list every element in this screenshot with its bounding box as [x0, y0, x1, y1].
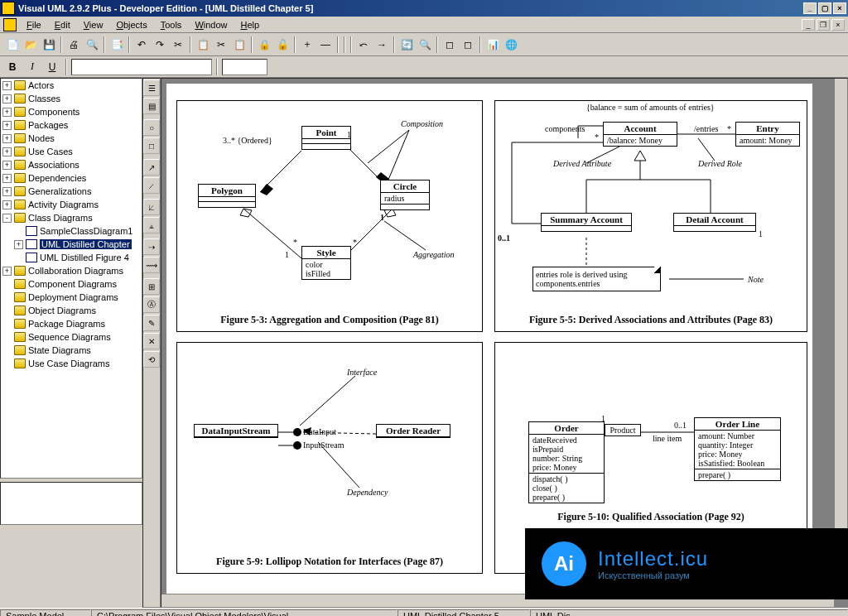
tree-item[interactable]: Deployment Diagrams [1, 291, 142, 304]
toolbar-btn-2[interactable]: 💾 [40, 36, 58, 54]
properties-panel[interactable] [0, 482, 142, 525]
toolbar-btn-0[interactable]: 📄 [3, 36, 22, 54]
vertical-scrollbar[interactable] [834, 79, 847, 594]
palette-tool-15[interactable]: ⊞ [143, 278, 160, 295]
diagram-canvas[interactable]: Point Polygon Circle radius Style colori… [166, 84, 812, 605]
tree-expander[interactable]: + [2, 200, 12, 209]
toolbar-btn-29[interactable]: 🔍 [416, 36, 434, 54]
menu-edit[interactable]: Edit [48, 18, 77, 31]
doc-minimize-button[interactable]: _ [802, 19, 815, 31]
tree-expander[interactable]: + [2, 121, 12, 130]
toolbar-btn-10[interactable]: ↷ [151, 36, 169, 54]
tree-expander[interactable]: - [2, 214, 12, 223]
doc-close-button[interactable]: × [831, 19, 845, 31]
qualifier-product[interactable]: Product [605, 424, 641, 436]
class-order-reader[interactable]: Order Reader [376, 424, 450, 438]
menu-tools[interactable]: Tools [154, 18, 189, 31]
toolbar-btn-15[interactable]: 📋 [230, 36, 248, 54]
toolbar-btn-21[interactable]: — [316, 36, 335, 54]
tree-item[interactable]: UML Distilled Figure 4 [1, 251, 142, 264]
tree-expander[interactable]: + [2, 161, 12, 170]
tree-expander[interactable]: + [2, 187, 12, 196]
toolbar-btn-31[interactable]: ◻ [441, 36, 459, 54]
tree-item[interactable]: +Packages [1, 118, 142, 132]
palette-tool-12[interactable]: ⇢ [143, 238, 160, 255]
toolbar-btn-4[interactable]: 🖨 [65, 36, 83, 54]
tree-item[interactable]: +Generalizations [1, 185, 142, 198]
tree-expander[interactable]: + [2, 174, 12, 183]
palette-tool-4[interactable]: □ [143, 137, 160, 154]
toolbar-btn-9[interactable]: ↶ [132, 36, 151, 54]
class-entry[interactable]: Entry amount: Money [735, 122, 800, 147]
tree-item[interactable]: +Activity Diagrams [1, 198, 142, 211]
toolbar-btn-25[interactable]: ⤺ [354, 36, 373, 54]
class-datainputstream[interactable]: DataInputStream [194, 424, 278, 438]
tree-item[interactable]: -Class Diagrams [1, 211, 142, 224]
class-summary-account[interactable]: Summary Account [541, 213, 632, 232]
tree-expander[interactable]: + [14, 240, 23, 249]
tree-item[interactable]: +Nodes [1, 132, 142, 145]
tree-expander[interactable]: + [2, 108, 12, 117]
toolbar-btn-17[interactable]: 🔒 [255, 36, 273, 54]
toolbar-btn-32[interactable]: ◻ [459, 36, 477, 54]
tree-item[interactable]: +Collaboration Diagrams [1, 264, 142, 277]
tree-item[interactable]: Object Diagrams [1, 304, 142, 317]
class-order[interactable]: Order dateReceivedisPrepaidnumber: Strin… [528, 421, 605, 503]
menu-view[interactable]: View [77, 18, 110, 31]
note-entries[interactable]: entries role is derived using components… [532, 267, 661, 291]
font-size-combo[interactable] [222, 59, 267, 75]
toolbar-btn-11[interactable]: ✂ [169, 36, 187, 54]
class-style[interactable]: Style colorisFilled [301, 246, 351, 280]
tree-item[interactable]: Sequence Diagrams [1, 330, 142, 344]
toolbar-btn-18[interactable]: 🔓 [273, 36, 292, 54]
tree-item[interactable]: Use Case Diagrams [1, 357, 142, 370]
palette-tool-1[interactable]: ▤ [143, 98, 160, 114]
doc-restore-button[interactable]: ❐ [817, 19, 830, 31]
palette-tool-7[interactable]: ⟋ [143, 177, 160, 194]
class-point[interactable]: Point [301, 126, 351, 150]
class-circle[interactable]: Circle radius [380, 180, 430, 210]
palette-tool-17[interactable]: ✎ [143, 315, 160, 331]
tree-item[interactable]: +UML Distilled Chapter [1, 238, 142, 251]
tree-item[interactable]: SampleClassDiagram1 [1, 224, 142, 238]
palette-tool-18[interactable]: ✕ [143, 333, 160, 349]
minimize-button[interactable]: _ [803, 2, 817, 14]
tree-item[interactable]: +Dependencies [1, 171, 142, 185]
palette-tool-13[interactable]: ⟿ [143, 257, 160, 273]
toolbar-btn-7[interactable]: 📑 [108, 36, 126, 54]
tree-item[interactable]: +Classes [1, 92, 142, 105]
tree-item[interactable]: Package Diagrams [1, 317, 142, 330]
tree-expander[interactable]: + [2, 147, 12, 156]
toolbar-btn-20[interactable]: ＋ [298, 36, 316, 54]
toolbar-btn-34[interactable]: 📊 [484, 36, 502, 54]
model-tree[interactable]: +Actors+Classes+Components+Packages+Node… [0, 78, 142, 479]
tree-expander[interactable]: + [2, 267, 12, 276]
palette-tool-19[interactable]: ⟲ [143, 351, 160, 368]
underline-button[interactable]: U [43, 58, 61, 76]
menu-help[interactable]: Help [234, 18, 267, 31]
toolbar-btn-1[interactable]: 📂 [22, 36, 40, 54]
toolbar-btn-13[interactable]: 📋 [194, 36, 212, 54]
maximize-button[interactable]: ▢ [818, 2, 831, 14]
toolbar-btn-35[interactable]: 🌐 [502, 36, 520, 54]
menu-window[interactable]: Window [188, 18, 234, 31]
tree-expander[interactable]: + [2, 81, 12, 90]
class-detail-account[interactable]: Detail Account [673, 213, 756, 232]
close-button[interactable]: × [833, 2, 846, 14]
tree-item[interactable]: State Diagrams [1, 344, 142, 357]
italic-button[interactable]: I [23, 58, 41, 76]
tree-item[interactable]: +Components [1, 105, 142, 118]
tree-item[interactable]: +Actors [1, 79, 142, 92]
toolbar-btn-28[interactable]: 🔄 [398, 36, 416, 54]
class-account[interactable]: Account /balance: Money [603, 122, 677, 147]
class-polygon[interactable]: Polygon [198, 184, 256, 208]
bold-button[interactable]: B [3, 58, 22, 76]
palette-tool-6[interactable]: ↗ [143, 159, 160, 176]
tree-expander[interactable]: + [2, 134, 12, 143]
menu-objects[interactable]: Objects [109, 18, 153, 31]
menu-file[interactable]: File [20, 18, 48, 31]
palette-tool-0[interactable]: ☰ [143, 79, 160, 96]
palette-tool-16[interactable]: Ⓐ [143, 296, 160, 313]
tree-item[interactable]: Component Diagrams [1, 277, 142, 291]
tree-item[interactable]: +Use Cases [1, 145, 142, 158]
